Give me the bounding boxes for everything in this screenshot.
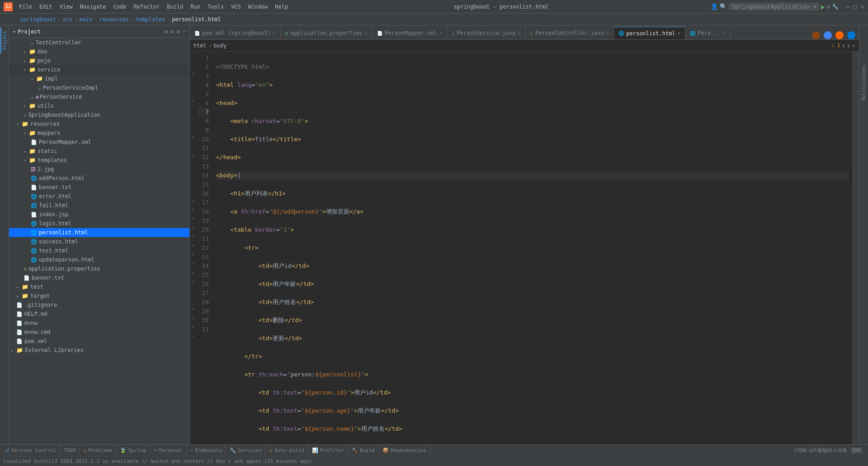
- menu-window[interactable]: Window: [245, 3, 271, 11]
- tree-item-testcontroller[interactable]: ☕ TestController: [9, 38, 189, 47]
- tree-item-error[interactable]: 🌐 error.html: [9, 192, 189, 201]
- code-text[interactable]: <!DOCTYPE html> <html lang="en"> <head> …: [212, 52, 853, 444]
- tree-item-appprops[interactable]: ⚙ application.properties: [9, 264, 189, 273]
- tab-personcontroller[interactable]: ☕ PersonController.java ×: [526, 27, 614, 39]
- tree-item-pojo[interactable]: ▸ 📁 pojo: [9, 56, 189, 65]
- tree-item-personservice[interactable]: ☕ ● PersonService: [9, 92, 189, 101]
- menu-code[interactable]: Code: [110, 3, 130, 11]
- status-spring[interactable]: 🍃 Spring: [116, 445, 150, 456]
- status-services[interactable]: 🔧 Services: [226, 445, 266, 456]
- tree-item-banner[interactable]: 📄 banner.txt: [9, 183, 189, 192]
- editor-path-body[interactable]: body: [213, 43, 226, 49]
- tree-item-test[interactable]: 🌐 test.html: [9, 246, 189, 255]
- status-endpoints[interactable]: ⚡ Endpoints: [187, 445, 226, 456]
- sidebar-expand-icon[interactable]: ⊞: [165, 29, 168, 35]
- win-close[interactable]: ×: [861, 3, 864, 10]
- tree-item-impl[interactable]: ▾ 📁 impl: [9, 74, 189, 83]
- title-center: springbooot - personlist.html: [292, 4, 711, 10]
- toolbar-search[interactable]: 👤 🔍 SpringboootApplication ▾ ▶ ⚙ 🔧: [711, 3, 839, 10]
- menu-build[interactable]: Build: [163, 3, 187, 11]
- breadcrumb: springbooot › src › main › resources › t…: [0, 14, 868, 25]
- menu-view[interactable]: View: [56, 3, 76, 11]
- tree-item-success[interactable]: 🌐 success.html: [9, 237, 189, 246]
- tree-item-personmapper[interactable]: 📄 PersonMapper.xml: [9, 138, 189, 147]
- status-profiler[interactable]: 📊 Profiler: [308, 445, 348, 456]
- tree-item-2jpg[interactable]: 🖼 2.jpg: [9, 165, 189, 174]
- sidebar-settings-icon[interactable]: ⚙: [177, 29, 180, 35]
- tree-item-personlist[interactable]: 🌐 personlist.html: [9, 228, 189, 237]
- tree-item-personserviceimpl[interactable]: ☕ PersonServiceImpl: [9, 83, 189, 92]
- win-minimize[interactable]: ─: [846, 3, 849, 10]
- menu-run[interactable]: Run: [187, 3, 204, 11]
- breadcrumb-src[interactable]: src: [63, 16, 73, 23]
- notifications-tab[interactable]: Notifications: [860, 62, 867, 104]
- tree-item-updateperson[interactable]: 🌐 updateperson.html: [9, 255, 189, 264]
- tree-item-mappers[interactable]: ▾ 📁 mappers: [9, 128, 189, 138]
- tab-personmapper[interactable]: 📄 PersonMapper.xml ×: [373, 27, 447, 39]
- tree-item-mvnw[interactable]: 📄 mvnw: [9, 319, 189, 328]
- browser-icon-2[interactable]: [824, 31, 832, 39]
- breadcrumb-file[interactable]: personlist.html: [172, 16, 221, 23]
- menu-edit[interactable]: Edit: [36, 3, 56, 11]
- tree-item-resources[interactable]: ▾ 📁 resources: [9, 119, 189, 128]
- browser-icon-4[interactable]: [847, 31, 855, 39]
- menu-file[interactable]: File: [15, 3, 36, 11]
- win-maximize[interactable]: □: [853, 3, 857, 10]
- tree-item-addperson[interactable]: 🌐 addPerson.html: [9, 174, 189, 183]
- tab-personservice[interactable]: ☕ PersonService.java ×: [447, 27, 526, 39]
- tree-item-testfolder[interactable]: ▸ 📁 test: [9, 282, 189, 291]
- breadcrumb-templates[interactable]: templates: [136, 16, 165, 23]
- tree-item-springbootapp[interactable]: ☕ SpringboootApplication: [9, 110, 189, 119]
- project-dropdown-icon[interactable]: ▾: [13, 29, 16, 35]
- status-terminal[interactable]: ⌨ Terminal: [150, 445, 187, 456]
- menu-navigate[interactable]: Navigate: [76, 3, 110, 11]
- project-icon[interactable]: Project: [0, 27, 8, 53]
- breadcrumb-main[interactable]: main: [80, 16, 93, 23]
- tree-item-templates[interactable]: ▾ 📁 templates: [9, 156, 189, 165]
- code-content-area[interactable]: ▾ ▾ ▾ ▾ ▾ ▾ ▾ ▾: [190, 52, 859, 444]
- tab-pers[interactable]: 🌐 Pers... ×: [685, 27, 731, 39]
- breadcrumb-resources[interactable]: resources: [99, 16, 129, 23]
- menu-tools[interactable]: Tools: [204, 3, 227, 11]
- tree-item-static[interactable]: ▸ 📁 static: [9, 147, 189, 156]
- left-panel-icons: Project: [0, 25, 9, 444]
- menu-help[interactable]: Help: [271, 3, 292, 11]
- tree-item-mvnwcmd[interactable]: 📄 mvnw.cmd: [9, 328, 189, 337]
- tree-item-bannertxt2[interactable]: 📄 banner.txt: [9, 273, 189, 282]
- sidebar-minimize-icon[interactable]: ─: [183, 29, 186, 35]
- editor-path-html[interactable]: html: [193, 43, 207, 49]
- status-todo[interactable]: TODO: [60, 445, 80, 456]
- nav-down-icon[interactable]: ∨: [847, 43, 850, 49]
- status-problems[interactable]: ⚠ Problems: [80, 445, 117, 456]
- sidebar-header: ▾ Project ⊞ ≡ ⚙ ─: [9, 25, 189, 38]
- code-editor: 📄 pom.xml (springbooot) × ⚙ application.…: [190, 25, 859, 444]
- status-dependencies[interactable]: 📦 Dependencies: [379, 445, 430, 456]
- status-bar: ⎇ Version Control TODO ⚠ Problems 🍃 Spri…: [0, 444, 868, 456]
- tree-item-utils[interactable]: ▸ 📁 utils: [9, 101, 189, 110]
- nav-up-icon[interactable]: ∧: [842, 43, 845, 49]
- sidebar-collapse-icon[interactable]: ≡: [170, 29, 174, 35]
- tree-item-service[interactable]: ▾ 📁 service: [9, 65, 189, 74]
- browser-icon-3[interactable]: [835, 31, 844, 39]
- breadcrumb-springbooot[interactable]: springbooot: [20, 16, 56, 23]
- status-version-control[interactable]: ⎇ Version Control: [0, 445, 60, 456]
- tree-item-target[interactable]: ▸ 📁 target: [9, 291, 189, 300]
- status-autobuild[interactable]: ⚠ Auto-build: [266, 445, 308, 456]
- menu-refactor[interactable]: Refactor: [130, 3, 163, 11]
- browser-icon-1[interactable]: [812, 31, 820, 39]
- bottom-message: Localized IntelliJ IDEA 2022.2.1 is avai…: [0, 456, 868, 466]
- tree-item-extlibs[interactable]: ▸ 📁 External Libraries: [9, 346, 189, 355]
- tree-item-indexjsp[interactable]: 📄 index.jsp: [9, 210, 189, 219]
- menu-vcs[interactable]: VCS: [227, 3, 245, 11]
- tab-pomxml[interactable]: 📄 pom.xml (springbooot) ×: [190, 27, 281, 39]
- tree-item-pomxml[interactable]: 📄 pom.xml: [9, 337, 189, 346]
- tree-item-helpmd[interactable]: 📄 HELP.md: [9, 309, 189, 319]
- tree-item-dao[interactable]: ▸ 📁 dao: [9, 47, 189, 56]
- tree-item-login[interactable]: 🌐 login.html: [9, 219, 189, 228]
- tree-item-fail[interactable]: 🌐 fail.html: [9, 201, 189, 210]
- status-build[interactable]: 🔨 Build: [348, 445, 379, 456]
- close-panel-icon[interactable]: ×: [852, 43, 855, 49]
- tab-personlist[interactable]: 🌐 personlist.html ×: [614, 27, 685, 39]
- tab-appprops[interactable]: ⚙ application.properties ×: [281, 27, 373, 39]
- tree-item-gitignore[interactable]: 📄 .gitignore: [9, 300, 189, 309]
